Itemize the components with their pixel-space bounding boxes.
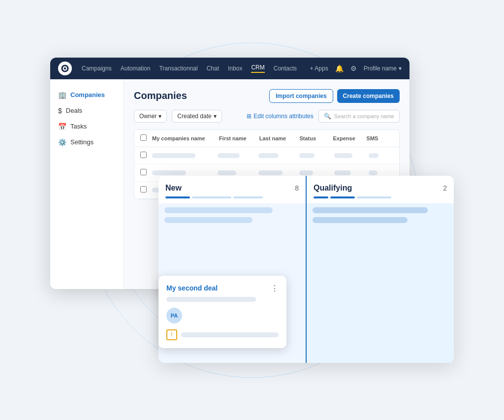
page-title: Companies [134,90,187,101]
kanban-col-title-qualifying: Qualifying [314,184,352,193]
nav-contacts[interactable]: Contacts [274,65,297,72]
deals-icon: $ [58,107,62,115]
kanban-placeholder [313,207,428,213]
import-companies-button[interactable]: Import companies [269,89,333,103]
col-header-status: Status [299,135,333,141]
kanban-col-qualifying: Qualifying 2 [306,176,454,363]
deal-card-avatar: PA [166,308,182,323]
chevron-date-icon: ▾ [214,113,217,120]
kanban-col-header-new: New 8 [158,176,306,196]
sidebar-item-tasks[interactable]: 📅 Tasks [50,119,124,134]
row-checkbox[interactable] [140,169,147,175]
profile-button[interactable]: Profile name ▾ [364,65,402,72]
kanban-col-count-new: 8 [295,184,299,192]
companies-icon: 🏢 [58,91,66,99]
owner-filter[interactable]: Owner ▾ [134,110,167,123]
navbar: Campaigns Automation Transactionnal Chat… [50,58,410,79]
nav-chat[interactable]: Chat [207,65,219,72]
kanban-placeholder [164,207,273,213]
chevron-down-icon: ▾ [399,65,402,72]
kanban-col-body-qualifying [307,203,454,363]
navbar-right: + Apps 🔔 ⚙ Profile name ▾ [310,65,402,72]
create-companies-button[interactable]: Create companies [337,89,400,103]
chevron-owner-icon: ▾ [158,113,161,120]
deal-card-footer: ! [166,329,279,340]
nav-campaigns[interactable]: Campaigns [82,65,112,72]
kanban-col-title-new: New [165,184,182,193]
date-filter[interactable]: Created date ▾ [172,110,221,123]
table-row[interactable] [134,147,399,164]
col-header-last: Last name [259,135,300,141]
col-header-name: My companies name [152,135,219,141]
kanban-placeholder [164,217,252,223]
progress-bar [233,196,263,198]
sidebar-item-companies[interactable]: 🏢 Companies [50,87,124,103]
deal-card-placeholder [166,297,256,302]
deal-card-title: My second deal [166,284,218,292]
warning-icon: ! [166,329,177,340]
nav-crm[interactable]: CRM [251,64,264,73]
sidebar-item-deals[interactable]: $ Deals [50,103,124,119]
bell-icon[interactable]: 🔔 [335,65,344,72]
tasks-icon: 📅 [58,123,66,130]
nav-inbox[interactable]: Inbox [228,65,242,72]
select-all-checkbox[interactable] [140,134,147,141]
search-icon: 🔍 [324,113,331,120]
settings-sidebar-icon: ⚙️ [58,138,66,146]
col-header-sms: SMS [367,135,393,141]
progress-bar [165,196,190,198]
progress-bar [192,196,231,198]
scene: Campaigns Automation Transactionnal Chat… [50,58,454,363]
col-header-first: First name [219,135,259,141]
kanban-placeholder [313,217,408,223]
deal-card-menu-button[interactable]: ⋮ [271,284,279,293]
columns-icon: ⊞ [247,113,252,120]
progress-bar [330,196,355,198]
kanban-progress-new [158,196,306,203]
apps-button[interactable]: + Apps [310,65,328,72]
nav-transactionnal[interactable]: Transactionnal [159,65,197,72]
kanban-col-count-qualifying: 2 [443,184,447,192]
deal-card-header: My second deal ⋮ [166,284,279,293]
deal-card-footer-placeholder [181,332,279,337]
progress-bar [357,196,391,198]
logo[interactable] [58,62,72,75]
search-box[interactable]: 🔍 Search a company name [318,110,400,123]
nav-automation[interactable]: Automation [121,65,151,72]
sidebar: 🏢 Companies $ Deals 📅 Tasks ⚙️ Settings [50,79,124,289]
header-buttons: Import companies Create companies [269,89,400,103]
main-header: Companies Import companies Create compan… [134,89,400,103]
kanban-col-header-qualifying: Qualifying 2 [307,176,454,196]
row-checkbox[interactable] [140,186,147,193]
deal-card: My second deal ⋮ PA ! [158,276,286,348]
settings-icon[interactable]: ⚙ [350,65,357,72]
edit-columns-button[interactable]: ⊞ Edit columns attributes [247,113,313,120]
col-header-expense: Expense [333,135,367,141]
kanban-progress-qualifying [307,196,454,203]
filters-row: Owner ▾ Created date ▾ ⊞ Edit columns at… [134,110,400,123]
row-checkbox[interactable] [140,152,147,158]
progress-bar [314,196,328,198]
sidebar-item-settings[interactable]: ⚙️ Settings [50,134,124,150]
nav-items: Campaigns Automation Transactionnal Chat… [82,64,300,73]
table-header: My companies name First name Last name S… [134,130,399,147]
